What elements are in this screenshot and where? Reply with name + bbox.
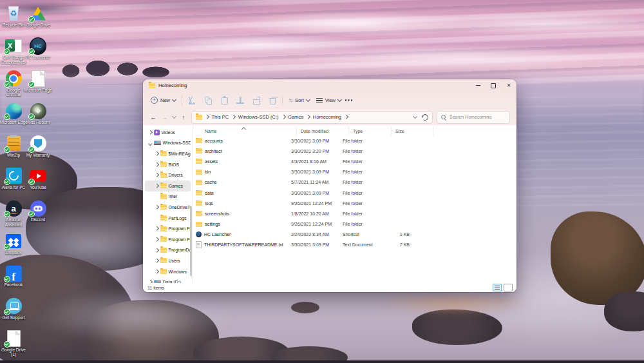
file-name-cell: THIRDPARTYSOFTWAREREADME.txt xyxy=(193,241,287,248)
desktop-icon-get-support[interactable]: Get Support xyxy=(1,298,26,330)
toolbar-divider xyxy=(282,96,283,105)
desktop-icon-mids-reborn[interactable]: Mids Reborn xyxy=(26,103,50,135)
desktop-icon-microsoft-edge-shortcut[interactable]: Microsoft Edge xyxy=(26,70,50,103)
forward-button[interactable]: → xyxy=(161,114,169,121)
expand-chevron-icon[interactable] xyxy=(155,162,158,166)
view-button[interactable]: View xyxy=(316,97,341,103)
new-button[interactable]: New xyxy=(151,97,176,104)
sync-check-badge-icon xyxy=(28,179,35,185)
sidebar-item-bios[interactable]: BIOS xyxy=(145,159,191,170)
desktop-icon-my-warranty[interactable]: My Warranty xyxy=(26,135,50,168)
sidebar-item-program-files[interactable]: Program Files xyxy=(145,223,191,234)
delete-icon[interactable] xyxy=(269,97,276,104)
search-input[interactable] xyxy=(448,114,506,120)
desktop-icon-dropbox[interactable]: Dropbox xyxy=(1,233,26,265)
desktop-icon-facebook[interactable]: Facebook xyxy=(1,265,26,297)
breadcrumb-item[interactable]: Windows-SSD (C:) xyxy=(238,114,288,120)
file-row-accounts[interactable]: accounts 3/30/2021 3:09 PM File folder xyxy=(193,135,516,146)
desktop-icon-recycle-bin[interactable]: Recycle Bin xyxy=(1,5,26,37)
up-button[interactable]: ↑ xyxy=(180,114,187,121)
column-header-date-modified[interactable]: Date modified xyxy=(296,126,348,135)
file-row-settings[interactable]: settings 9/26/2021 12:24 PM File folder xyxy=(193,219,516,230)
sidebar-scrollbar[interactable] xyxy=(190,206,192,276)
sidebar-item-windows[interactable]: Windows xyxy=(145,266,191,277)
address-dropdown-chevron-icon[interactable] xyxy=(413,114,417,119)
command-toolbar: New Sort View xyxy=(143,92,516,109)
desktop-icon-cox-badge-checklist[interactable]: CoX Badge Checklist.xlsx xyxy=(1,37,26,70)
breadcrumb-item[interactable]: Homecoming xyxy=(313,114,351,120)
file-row-hc-launcher[interactable]: HC Launcher 2/24/2022 8:34 AM Shortcut 1… xyxy=(193,230,516,240)
expand-chevron-icon[interactable] xyxy=(155,205,158,209)
search-box[interactable] xyxy=(437,111,510,124)
desktop-icon-winzip[interactable]: WinZip xyxy=(1,135,26,168)
file-name: data xyxy=(205,191,214,195)
desktop-icon-google-drive-1[interactable]: Google Drive (1) xyxy=(1,330,26,362)
expand-chevron-icon[interactable] xyxy=(155,226,158,230)
sidebar-item-programdata[interactable]: ProgramData xyxy=(145,245,191,256)
desktop-icon-alexa-for-pc[interactable]: Alexa for PC xyxy=(1,168,26,200)
sidebar-item-videos[interactable]: Videos xyxy=(145,127,191,138)
minimize-button[interactable] xyxy=(470,79,486,92)
sort-button[interactable]: Sort xyxy=(289,97,310,103)
expand-chevron-icon[interactable] xyxy=(155,259,158,262)
file-row-architect[interactable]: architect 3/30/2021 3:20 PM File folder xyxy=(193,146,516,156)
desktop-icon-hc-launcher[interactable]: HC Launcher xyxy=(26,37,50,70)
file-row-logs[interactable]: logs 9/26/2021 12:24 PM File folder xyxy=(193,198,516,208)
sidebar-item-winreagent[interactable]: $WinREAgent xyxy=(145,148,191,159)
desktop-icon-discord[interactable]: Discord xyxy=(26,200,50,232)
details-view-toggle-icon[interactable] xyxy=(493,284,502,291)
column-header-type[interactable]: Type xyxy=(348,126,391,135)
chevron-right-icon xyxy=(306,115,310,119)
expand-chevron-icon[interactable] xyxy=(148,130,152,134)
expand-chevron-icon[interactable] xyxy=(148,141,152,145)
sidebar-item-program-files-x86[interactable]: Program Files xyxy=(145,234,191,245)
sidebar-item-intel[interactable]: Intel xyxy=(145,191,191,202)
file-row-bin[interactable]: bin 3/30/2021 3:09 PM File folder xyxy=(193,167,516,177)
close-button[interactable] xyxy=(501,79,516,92)
sidebar-item-games[interactable]: Games xyxy=(145,181,191,191)
breadcrumb-label: Games xyxy=(288,114,303,120)
back-button[interactable]: ← xyxy=(149,114,157,121)
file-row-thirdparty-readme[interactable]: THIRDPARTYSOFTWAREREADME.txt 3/30/2021 3… xyxy=(193,240,516,250)
share-icon[interactable] xyxy=(252,97,260,104)
sidebar-item-windows-ssd-c[interactable]: Windows-SSD (C:) xyxy=(145,138,191,149)
refresh-icon[interactable] xyxy=(421,113,430,121)
breadcrumb-item[interactable]: This PC xyxy=(212,114,238,120)
more-options-button[interactable] xyxy=(345,99,347,101)
sidebar-item-onedrivetemp[interactable]: OneDriveTem xyxy=(145,202,191,213)
desktop-icon-youtube[interactable]: YouTube xyxy=(26,168,50,200)
expand-chevron-icon[interactable] xyxy=(155,270,158,273)
rename-icon[interactable] xyxy=(236,97,244,104)
expand-chevron-icon[interactable] xyxy=(155,173,158,177)
file-row-data[interactable]: data 3/30/2021 3:09 PM File folder xyxy=(193,188,516,198)
paste-icon[interactable] xyxy=(220,97,228,104)
sidebar-item-perflogs[interactable]: PerfLogs xyxy=(145,213,191,224)
expand-chevron-icon[interactable] xyxy=(155,184,158,188)
expand-chevron-icon[interactable] xyxy=(155,152,158,155)
file-date-cell: 5/7/2021 11:24 AM xyxy=(287,180,339,184)
sidebar-item-label: PerfLogs xyxy=(169,216,187,221)
sidebar-item-data-d[interactable]: Data (D:) xyxy=(145,277,191,283)
breadcrumb[interactable]: This PC Windows-SSD (C:) Games Homecomin… xyxy=(191,111,433,124)
expand-chevron-icon[interactable] xyxy=(148,280,152,283)
maximize-button[interactable] xyxy=(486,79,501,92)
breadcrumb-item[interactable]: Games xyxy=(288,114,313,120)
title-bar[interactable]: Homecoming xyxy=(143,79,516,92)
expand-chevron-icon[interactable] xyxy=(155,237,158,241)
copy-icon[interactable] xyxy=(204,97,212,104)
desktop-icon-google-drive[interactable]: Google Drive xyxy=(26,5,50,37)
cut-icon[interactable] xyxy=(188,97,196,104)
file-name-cell: architect xyxy=(193,148,287,153)
large-icons-view-toggle-icon[interactable] xyxy=(504,284,513,291)
file-row-cache[interactable]: cache 5/7/2021 11:24 AM File folder xyxy=(193,177,516,188)
desktop-icon-amazon-assistant[interactable]: Amazon Assistant xyxy=(1,200,26,232)
desktop-icon-microsoft-edge[interactable]: Microsoft Edge xyxy=(1,103,26,135)
file-row-screenshots[interactable]: screenshots 1/8/2022 10:20 AM File folde… xyxy=(193,208,516,219)
sidebar-item-drivers[interactable]: Drivers xyxy=(145,170,191,181)
sidebar-item-users[interactable]: Users xyxy=(145,255,191,266)
expand-chevron-icon[interactable] xyxy=(155,248,158,252)
file-row-assets[interactable]: assets 4/3/2021 8:16 AM File folder xyxy=(193,156,516,166)
column-header-size[interactable]: Size xyxy=(391,126,433,135)
recent-locations-chevron-icon[interactable] xyxy=(172,114,176,119)
desktop-icon-google-chrome[interactable]: Google Chrome xyxy=(1,70,26,103)
